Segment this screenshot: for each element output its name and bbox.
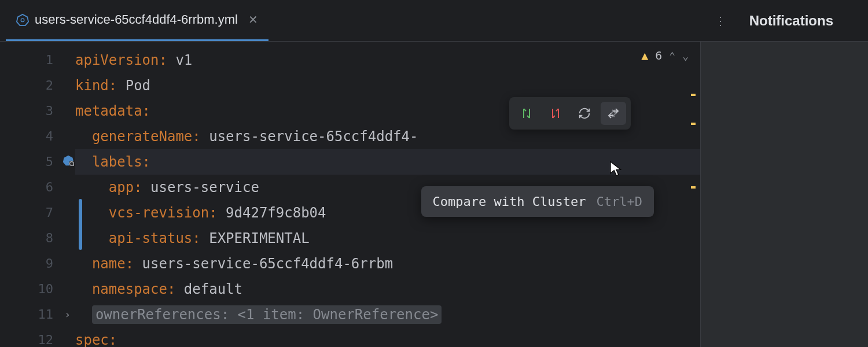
kubernetes-gutter-icon[interactable] — [62, 149, 74, 175]
chevron-up-icon[interactable]: ⌃ — [669, 50, 675, 62]
line-number: 11 › — [0, 302, 75, 327]
title-bar: users-service-65ccf4ddf4-6rrbm.yml ✕ ⋮ N… — [0, 0, 868, 42]
tooltip: Compare with Cluster Ctrl+D — [421, 186, 654, 217]
tooltip-label: Compare with Cluster — [433, 194, 586, 209]
code-line[interactable]: kind: Pod — [75, 73, 700, 98]
main-area: 1 2 3 4 5 6 7 8 9 10 11 › 12 apiVersion:… — [0, 42, 868, 347]
code-line[interactable]: namespace: default — [75, 276, 700, 302]
problems-widget[interactable]: ▲ 6 ⌃ ⌄ — [641, 49, 689, 62]
warning-count: 6 — [655, 49, 662, 62]
more-icon[interactable]: ⋮ — [715, 14, 726, 28]
tab-actions: ⋮ Notifications — [703, 0, 868, 41]
pull-button[interactable] — [543, 102, 568, 125]
line-number: 7 — [0, 200, 75, 226]
notifications-panel — [700, 42, 868, 347]
code-line[interactable]: labels: — [75, 149, 700, 175]
line-number: 12 — [0, 327, 75, 347]
line-number: 4 — [0, 124, 75, 149]
line-number: 6 — [0, 175, 75, 200]
kubernetes-icon — [16, 13, 29, 26]
line-number: 8 — [0, 226, 75, 251]
push-button[interactable] — [514, 102, 539, 125]
code-line[interactable]: apiVersion: v1 — [75, 47, 700, 73]
line-number: 10 — [0, 276, 75, 302]
code-line[interactable]: ownerReferences: <1 item: OwnerReference… — [75, 302, 700, 327]
warning-icon: ▲ — [641, 49, 648, 62]
floating-toolbar — [509, 97, 631, 130]
editor[interactable]: 1 2 3 4 5 6 7 8 9 10 11 › 12 apiVersion:… — [0, 42, 700, 347]
fold-chevron-icon[interactable]: › — [64, 302, 71, 327]
code-area[interactable]: apiVersion: v1 kind: Pod metadata: gener… — [75, 42, 700, 347]
warning-marker[interactable] — [691, 94, 696, 96]
svg-marker-0 — [17, 14, 28, 25]
tooltip-shortcut: Ctrl+D — [597, 194, 642, 209]
warning-marker[interactable] — [691, 186, 696, 189]
cursor-icon — [609, 160, 624, 181]
tab-bar: users-service-65ccf4ddf4-6rrbm.yml ✕ — [0, 0, 703, 41]
code-line[interactable]: spec: — [75, 327, 700, 347]
marker-bar[interactable] — [691, 42, 697, 347]
line-number: 5 — [0, 149, 75, 175]
code-line[interactable]: name: users-service-65ccf4ddf4-6rrbm — [75, 251, 700, 276]
line-number: 2 — [0, 73, 75, 98]
chevron-down-icon[interactable]: ⌄ — [682, 50, 689, 62]
tab-filename: users-service-65ccf4ddf4-6rrbm.yml — [35, 12, 238, 27]
svg-point-1 — [21, 19, 24, 22]
gutter: 1 2 3 4 5 6 7 8 9 10 11 › 12 — [0, 42, 75, 347]
compare-button[interactable] — [601, 102, 626, 125]
warning-marker[interactable] — [691, 123, 696, 125]
notifications-header: Notifications — [738, 13, 856, 29]
line-number: 3 — [0, 98, 75, 124]
close-icon[interactable]: ✕ — [248, 13, 258, 27]
line-number: 9 — [0, 251, 75, 276]
code-line[interactable]: api-status: EXPERIMENTAL — [75, 226, 700, 251]
file-tab[interactable]: users-service-65ccf4ddf4-6rrbm.yml ✕ — [6, 0, 269, 41]
refresh-button[interactable] — [572, 102, 597, 125]
line-number: 1 — [0, 47, 75, 73]
